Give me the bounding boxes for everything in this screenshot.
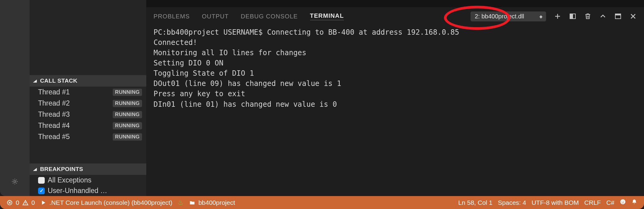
plus-icon[interactable] xyxy=(554,13,561,20)
tab-terminal[interactable]: TERMINAL xyxy=(310,12,344,20)
status-project[interactable]: bb400project xyxy=(189,199,235,206)
activity-bar xyxy=(0,0,30,196)
callstack-row[interactable]: Thread #5 RUNNING xyxy=(30,131,146,142)
terminal-select[interactable]: 2: bb400project.dll xyxy=(471,11,546,21)
callstack-row[interactable]: Thread #4 RUNNING xyxy=(30,120,146,131)
editor-gap xyxy=(146,0,644,7)
terminal-output[interactable]: PC:bb400project USERNAME$ Connecting to … xyxy=(146,25,644,196)
checkbox-unchecked-icon[interactable] xyxy=(38,177,45,184)
svg-point-7 xyxy=(622,201,622,201)
terminal-line: Press any key to exit xyxy=(154,90,245,98)
svg-rect-4 xyxy=(615,14,621,15)
chevron-down-icon: ◢ xyxy=(33,167,37,171)
thread-state-badge: RUNNING xyxy=(113,122,142,129)
launch-label: .NET Core Launch (console) (bb400project… xyxy=(49,199,172,206)
play-icon xyxy=(40,200,46,206)
chevron-down-icon: ◢ xyxy=(33,79,37,83)
svg-point-8 xyxy=(623,201,624,201)
status-launch[interactable]: .NET Core Launch (console) (bb400project… xyxy=(40,199,172,206)
split-icon[interactable] xyxy=(569,13,576,20)
tab-debug-console[interactable]: DEBUG CONSOLE xyxy=(241,13,298,20)
breakpoint-label: All Exceptions xyxy=(48,176,91,184)
terminal-line: Toggling State of DIO 1 xyxy=(154,69,254,78)
status-errors[interactable]: 0 0 xyxy=(7,199,35,206)
error-icon xyxy=(7,200,13,206)
close-icon[interactable] xyxy=(629,13,637,20)
folder-icon xyxy=(189,200,195,206)
thread-label: Thread #3 xyxy=(38,110,70,119)
error-count: 0 xyxy=(16,199,19,206)
breakpoint-row[interactable]: ✓ User-Unhandled … xyxy=(30,185,146,196)
panel-area: PROBLEMS OUTPUT DEBUG CONSOLE TERMINAL 2… xyxy=(146,0,644,196)
callstack-row[interactable]: Thread #3 RUNNING xyxy=(30,109,146,120)
gear-icon[interactable] xyxy=(11,178,18,185)
callstack-header[interactable]: ◢ CALL STACK xyxy=(30,75,146,87)
svg-rect-2 xyxy=(570,14,573,19)
breakpoint-row[interactable]: All Exceptions xyxy=(30,175,146,185)
app-root: ◢ CALL STACK Thread #1 RUNNING Thread #2… xyxy=(0,0,644,196)
callstack-title: CALL STACK xyxy=(40,78,77,84)
callstack-row[interactable]: Thread #2 RUNNING xyxy=(30,98,146,109)
breakpoint-label: User-Unhandled … xyxy=(48,187,107,195)
status-lang[interactable]: C# xyxy=(606,199,614,206)
feedback-icon[interactable] xyxy=(620,199,626,206)
flame-icon[interactable]: ♨ xyxy=(178,199,184,207)
thread-label: Thread #2 xyxy=(38,99,70,107)
thread-state-badge: RUNNING xyxy=(113,89,142,96)
status-bar: 0 0 .NET Core Launch (console) (bb400pro… xyxy=(0,196,644,209)
terminal-line: Connected! xyxy=(154,38,197,47)
terminal-select-label: 2: bb400project.dll xyxy=(475,13,524,20)
trash-icon[interactable] xyxy=(584,13,591,20)
warning-icon xyxy=(22,200,28,206)
debug-side-panel: ◢ CALL STACK Thread #1 RUNNING Thread #2… xyxy=(30,0,146,196)
tab-problems[interactable]: PROBLEMS xyxy=(154,13,190,20)
status-indent[interactable]: Spaces: 4 xyxy=(498,199,526,206)
terminal-line: Monitoring all IO lines for changes xyxy=(154,49,306,57)
status-encoding[interactable]: UTF-8 with BOM xyxy=(532,199,579,206)
callstack-row[interactable]: Thread #1 RUNNING xyxy=(30,87,146,98)
terminal-line: PC:bb400project USERNAME$ Connecting to … xyxy=(154,28,459,36)
svg-point-0 xyxy=(14,181,16,182)
chevron-up-icon[interactable] xyxy=(599,13,607,20)
warning-count: 0 xyxy=(31,199,35,206)
terminal-line: DIn01 (line 01) has changed new value is… xyxy=(154,100,337,109)
thread-state-badge: RUNNING xyxy=(113,100,142,107)
thread-label: Thread #5 xyxy=(38,133,70,141)
maximize-icon[interactable] xyxy=(614,13,622,20)
breakpoints-title: BREAKPOINTS xyxy=(40,166,83,173)
checkbox-checked-icon[interactable]: ✓ xyxy=(38,188,45,194)
svg-point-6 xyxy=(620,199,626,204)
thread-state-badge: RUNNING xyxy=(113,111,142,118)
status-eol[interactable]: CRLF xyxy=(584,199,601,206)
thread-label: Thread #4 xyxy=(38,122,70,130)
thread-label: Thread #1 xyxy=(38,88,70,96)
thread-state-badge: RUNNING xyxy=(113,133,142,141)
breakpoints-header[interactable]: ◢ BREAKPOINTS xyxy=(30,163,146,175)
bell-icon[interactable] xyxy=(631,199,637,206)
terminal-line: Setting DIO 0 ON xyxy=(154,59,223,67)
panel-tabs: PROBLEMS OUTPUT DEBUG CONSOLE TERMINAL 2… xyxy=(146,7,644,25)
project-label: bb400project xyxy=(198,199,235,206)
tab-output[interactable]: OUTPUT xyxy=(202,13,229,20)
terminal-line: DOut01 (line 09) has changed new value i… xyxy=(154,79,341,88)
panel-tools: 2: bb400project.dll xyxy=(471,11,637,21)
status-cursor[interactable]: Ln 58, Col 1 xyxy=(458,199,492,206)
